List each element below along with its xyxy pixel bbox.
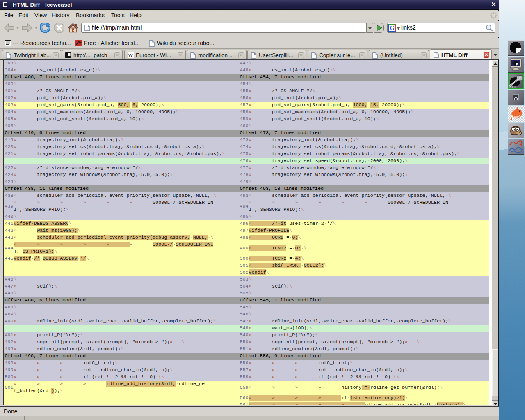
svg-text:W: W xyxy=(128,52,133,58)
svg-text:G: G xyxy=(390,25,395,31)
